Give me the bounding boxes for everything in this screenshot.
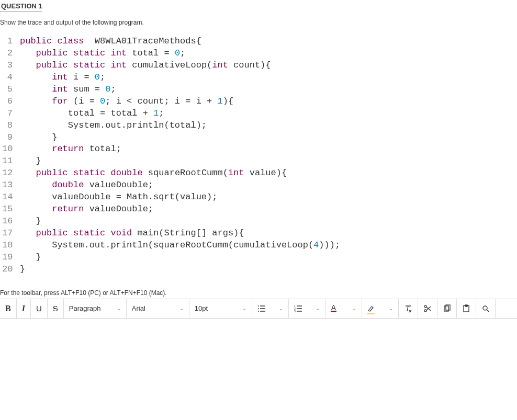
svg-rect-17 [465, 305, 467, 307]
question-instruction: Show the trace and output of the followi… [0, 19, 517, 26]
line-number: 16 [2, 215, 20, 228]
line-number: 15 [2, 203, 20, 215]
line-number: 19 [2, 252, 20, 264]
code-line: 17 public static void main(String[] args… [2, 228, 517, 240]
line-number: 14 [2, 191, 20, 203]
code-line: 9 } [2, 132, 517, 144]
code-text: } [20, 132, 57, 144]
code-line: 19 } [2, 252, 517, 264]
code-line: 2 public static int total = 0; [2, 48, 517, 60]
chevron-down-icon: ⌄ [179, 305, 184, 311]
code-line: 10 return total; [2, 143, 517, 155]
code-text: return valueDouble; [20, 203, 153, 215]
search-icon [481, 304, 490, 313]
line-number: 1 [2, 36, 20, 48]
code-line: 6 for (i = 0; i < count; i = i + 1){ [2, 96, 517, 108]
unordered-list-icon [257, 304, 266, 313]
clear-formatting-button[interactable] [399, 299, 418, 318]
code-line: 15 return valueDouble; [2, 203, 517, 215]
code-text: valueDouble = Math.sqrt(value); [20, 191, 217, 203]
code-line: 4 int i = 0; [2, 72, 517, 84]
unordered-list-button[interactable]: ⌄ [252, 299, 289, 318]
code-line: 14 valueDouble = Math.sqrt(value); [2, 191, 517, 203]
code-line: 8 System.out.println(total); [2, 120, 517, 132]
scissors-icon [423, 304, 432, 313]
line-number: 5 [2, 84, 20, 96]
line-number: 10 [2, 143, 20, 155]
svg-text:3: 3 [294, 310, 296, 313]
copy-icon [443, 304, 451, 313]
chevron-down-icon: ⌄ [389, 305, 393, 311]
code-line: 18 System.out.println(squareRootCumm(cum… [2, 240, 517, 252]
line-number: 13 [2, 179, 20, 191]
font-select-label: Arial [132, 304, 145, 312]
line-number: 9 [2, 132, 20, 144]
code-line: 7 total = total + 1; [2, 108, 517, 120]
text-color-icon: A [331, 304, 336, 312]
code-text: public static void main(String[] args){ [20, 228, 244, 240]
chevron-down-icon: ⌄ [279, 305, 283, 311]
line-number: 11 [2, 155, 20, 167]
code-text: int sum = 0; [20, 84, 116, 96]
line-number: 18 [2, 240, 20, 252]
style-select-label: Paragraph [69, 304, 101, 312]
code-text: System.out.println(total); [20, 120, 207, 132]
question-heading: QUESTION 1 [0, 0, 517, 19]
highlight-icon [367, 305, 375, 312]
code-line: 3 public static int cumulativeLoop(int c… [2, 60, 517, 72]
line-number: 8 [2, 120, 20, 132]
code-text: } [20, 215, 41, 228]
paste-button[interactable] [457, 299, 476, 318]
code-line: 5 int sum = 0; [2, 84, 517, 96]
size-select[interactable]: 10pt ⌄ [189, 299, 252, 318]
cut-button[interactable] [418, 299, 437, 318]
underline-button[interactable]: U [31, 299, 48, 318]
ordered-list-button[interactable]: 1 2 3 ⌄ [289, 299, 325, 318]
italic-button[interactable]: I [17, 299, 31, 318]
line-number: 17 [2, 228, 20, 240]
code-text: public class W8WLA01TraceMethods{ [20, 36, 201, 48]
style-select[interactable]: Paragraph ⌄ [64, 299, 127, 318]
line-number: 20 [2, 264, 20, 276]
code-text: double valueDouble; [20, 179, 153, 191]
svg-point-0 [258, 305, 259, 307]
copy-button[interactable] [437, 299, 457, 318]
code-text: int i = 0; [20, 72, 105, 84]
code-text: for (i = 0; i < count; i = i + 1){ [20, 96, 233, 108]
chevron-down-icon: ⌄ [352, 305, 356, 311]
svg-point-12 [424, 310, 426, 312]
code-line: 20} [2, 264, 517, 276]
toolbar-hint: For the toolbar, press ALT+F10 (PC) or A… [0, 289, 517, 297]
code-text: public static int cumulativeLoop(int cou… [20, 60, 271, 72]
code-text: public static int total = 0; [20, 48, 185, 60]
code-block: 1public class W8WLA01TraceMethods{2 publ… [2, 36, 517, 276]
code-line: 1public class W8WLA01TraceMethods{ [2, 36, 517, 48]
line-number: 2 [2, 48, 20, 60]
find-button[interactable] [476, 299, 496, 318]
paste-icon [462, 304, 470, 313]
code-text: } [20, 155, 41, 167]
chevron-down-icon: ⌄ [117, 305, 121, 311]
line-number: 12 [2, 167, 20, 179]
code-line: 13 double valueDouble; [2, 179, 517, 191]
code-text: } [20, 252, 41, 264]
highlight-color-button[interactable]: ⌄ [362, 299, 399, 318]
text-color-button[interactable]: A ⌄ [325, 299, 362, 318]
svg-point-2 [258, 308, 259, 309]
code-line: 11 } [2, 155, 517, 167]
bold-button[interactable]: B [0, 299, 17, 318]
code-text: System.out.println(squareRootCumm(cumula… [20, 240, 340, 252]
code-line: 16 } [2, 215, 517, 228]
line-number: 3 [2, 60, 20, 72]
code-text: total = total + 1; [20, 108, 164, 120]
rich-text-toolbar: B I U S Paragraph ⌄ Arial ⌄ 10pt ⌄ ⌄ 1 2… [0, 299, 517, 319]
strike-button[interactable]: S [48, 299, 64, 318]
line-number: 4 [2, 72, 20, 84]
font-select[interactable]: Arial ⌄ [127, 299, 189, 318]
line-number: 7 [2, 108, 20, 120]
code-text: } [20, 264, 25, 276]
code-line: 12 public static double squareRootCumm(i… [2, 167, 517, 179]
code-text: public static double squareRootCumm(int … [20, 167, 287, 179]
svg-point-18 [483, 306, 487, 310]
chevron-down-icon: ⌄ [242, 305, 246, 311]
